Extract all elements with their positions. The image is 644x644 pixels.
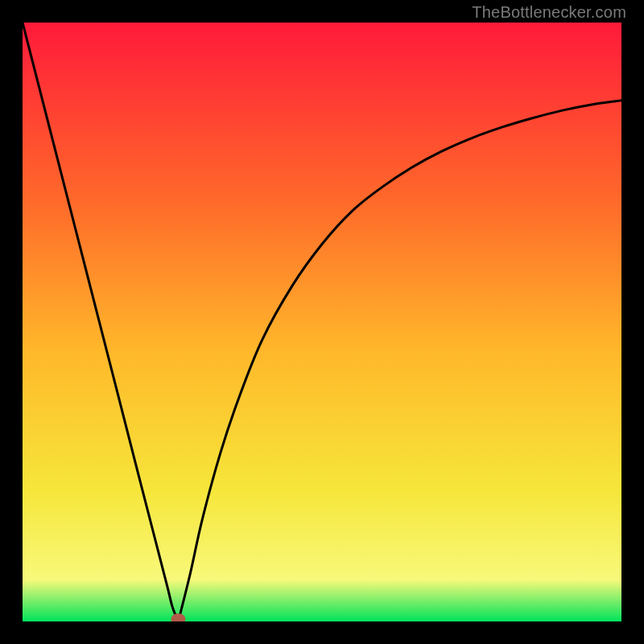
gradient-background [23,23,621,621]
attribution-text: TheBottlenecker.com [472,3,626,22]
bottleneck-chart [23,23,621,621]
chart-frame [23,23,621,621]
